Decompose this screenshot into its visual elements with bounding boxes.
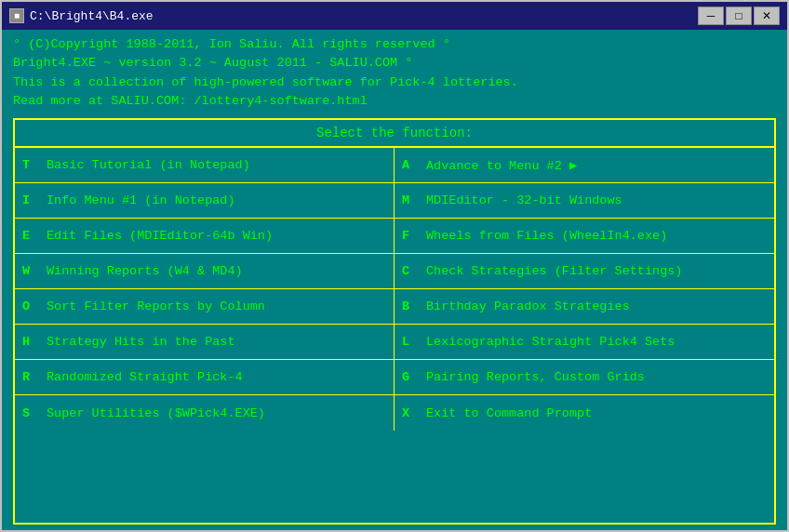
- menu-item-S[interactable]: S Super Utilities ($WPick4.EXE): [15, 395, 394, 431]
- menu-label-T: Basic Tutorial (in Notepad): [47, 158, 250, 172]
- window-title: C:\Bright4\B4.exe: [30, 9, 154, 23]
- header-line1: ° (C)Copyright 1988-2011, Ion Saliu. All…: [13, 35, 776, 54]
- menu-key-I: I: [22, 193, 35, 207]
- close-button[interactable]: ✕: [754, 7, 780, 25]
- menu-key-T: T: [22, 158, 35, 172]
- menu-key-G: G: [402, 370, 415, 384]
- content-area: ° (C)Copyright 1988-2011, Ion Saliu. All…: [2, 30, 787, 530]
- menu-key-S: S: [22, 406, 35, 420]
- menu-key-O: O: [22, 299, 35, 313]
- menu-label-R: Randomized Straight Pick-4: [47, 370, 243, 384]
- title-bar-left: ■ C:\Bright4\B4.exe: [9, 8, 154, 23]
- menu-key-X: X: [402, 406, 415, 420]
- menu-label-B: Birthday Paradox Strategies: [426, 299, 630, 313]
- menu-key-F: F: [402, 229, 415, 243]
- title-bar-controls: ─ □ ✕: [698, 7, 780, 25]
- menu-label-X: Exit to Command Prompt: [426, 406, 592, 420]
- header-line3: This is a collection of high-powered sof…: [13, 73, 776, 92]
- header-line4: Read more at SALIU.COM: /lottery4-softwa…: [13, 92, 776, 111]
- menu-item-I[interactable]: I Info Menu #1 (in Notepad): [15, 183, 394, 219]
- menu-item-C[interactable]: C Check Strategies (Filter Settings): [394, 254, 774, 289]
- menu-key-L: L: [402, 335, 415, 349]
- menu-item-W[interactable]: W Winning Reports (W4 & MD4): [15, 254, 394, 289]
- menu-label-E: Edit Files (MDIEditor-64b Win): [47, 229, 273, 243]
- menu-key-E: E: [22, 229, 35, 243]
- menu-label-L: Lexicographic Straight Pick4 Sets: [426, 335, 675, 349]
- menu-item-T[interactable]: T Basic Tutorial (in Notepad): [15, 148, 394, 183]
- minimize-button[interactable]: ─: [698, 7, 724, 25]
- main-window: ■ C:\Bright4\B4.exe ─ □ ✕ ° (C)Copyright…: [0, 0, 789, 532]
- menu-grid: T Basic Tutorial (in Notepad) A Advance …: [15, 148, 774, 431]
- menu-item-X[interactable]: X Exit to Command Prompt: [394, 395, 774, 431]
- header-line2: Bright4.EXE ~ version 3.2 ~ August 2011 …: [13, 54, 776, 73]
- menu-label-A: Advance to Menu #2 ▶: [426, 157, 577, 173]
- menu-item-F[interactable]: F Wheels from Files (WheelIn4.exe): [394, 219, 774, 254]
- menu-key-H: H: [22, 335, 35, 349]
- menu-label-C: Check Strategies (Filter Settings): [426, 264, 682, 278]
- menu-key-C: C: [402, 264, 415, 278]
- menu-key-A: A: [402, 158, 415, 172]
- menu-label-S: Super Utilities ($WPick4.EXE): [47, 406, 265, 420]
- maximize-button[interactable]: □: [726, 7, 752, 25]
- title-bar: ■ C:\Bright4\B4.exe ─ □ ✕: [2, 2, 787, 30]
- menu-label-W: Winning Reports (W4 & MD4): [47, 264, 243, 278]
- menu-key-M: M: [402, 193, 415, 207]
- menu-title: Select the function:: [15, 120, 774, 148]
- menu-item-M[interactable]: M MDIEditor - 32-bit Windows: [394, 183, 774, 219]
- menu-item-A[interactable]: A Advance to Menu #2 ▶: [394, 148, 774, 183]
- menu-item-R[interactable]: R Randomized Straight Pick-4: [15, 360, 394, 395]
- header-text: ° (C)Copyright 1988-2011, Ion Saliu. All…: [13, 35, 776, 111]
- menu-item-L[interactable]: L Lexicographic Straight Pick4 Sets: [394, 325, 774, 360]
- menu-key-R: R: [22, 370, 35, 384]
- menu-item-O[interactable]: O Sort Filter Reports by Column: [15, 289, 394, 325]
- menu-key-B: B: [402, 299, 415, 313]
- menu-label-I: Info Menu #1 (in Notepad): [47, 193, 235, 207]
- menu-label-H: Strategy Hits in the Past: [47, 335, 235, 349]
- menu-item-E[interactable]: E Edit Files (MDIEditor-64b Win): [15, 219, 394, 254]
- menu-item-G[interactable]: G Pairing Reports, Custom Grids: [394, 360, 774, 395]
- menu-label-F: Wheels from Files (WheelIn4.exe): [426, 229, 667, 243]
- menu-box: Select the function: T Basic Tutorial (i…: [13, 118, 776, 525]
- menu-label-O: Sort Filter Reports by Column: [47, 299, 265, 313]
- menu-label-M: MDIEditor - 32-bit Windows: [426, 193, 622, 207]
- window-icon: ■: [9, 8, 24, 23]
- menu-item-H[interactable]: H Strategy Hits in the Past: [15, 325, 394, 360]
- menu-key-W: W: [22, 264, 35, 278]
- menu-label-G: Pairing Reports, Custom Grids: [426, 370, 645, 384]
- menu-item-B[interactable]: B Birthday Paradox Strategies: [394, 289, 774, 325]
